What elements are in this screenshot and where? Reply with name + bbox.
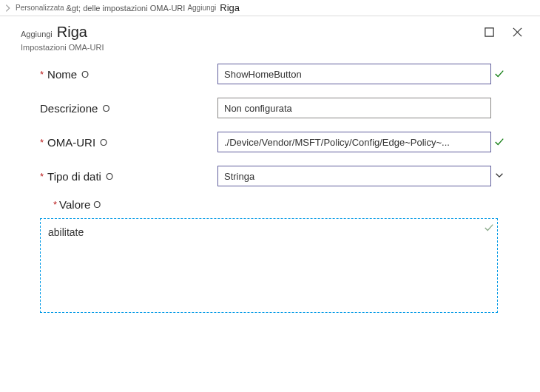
description-input[interactable] — [217, 98, 491, 118]
required-asterisk: * — [40, 137, 46, 148]
panel-header: Aggiungi Riga — [0, 16, 540, 42]
breadcrumb-item-3[interactable]: Aggiungi — [187, 4, 216, 12]
row-omauri: * OMA-URI O — [40, 132, 510, 152]
label-value: * Valore O — [53, 198, 510, 211]
value-textarea[interactable] — [40, 218, 498, 313]
required-asterisk: * — [40, 171, 46, 182]
title-prefix: Aggiungi — [21, 30, 53, 38]
info-icon[interactable]: O — [93, 199, 101, 210]
page-subtitle: Impostazioni OMA-URI — [0, 42, 540, 52]
name-input[interactable] — [217, 64, 491, 84]
info-icon[interactable]: O — [100, 137, 107, 148]
label-description: Descrizione O — [40, 102, 217, 115]
maximize-icon[interactable] — [482, 25, 496, 38]
chevron-down-icon — [494, 170, 504, 183]
required-asterisk: * — [53, 199, 59, 210]
check-icon — [494, 69, 504, 79]
info-icon[interactable]: O — [81, 69, 89, 80]
row-description: Descrizione O — [40, 98, 510, 118]
check-icon — [484, 223, 494, 235]
label-name: * Nome O — [40, 68, 217, 81]
label-datatype: * Tipo di dati O — [40, 170, 217, 183]
omauri-input[interactable] — [217, 132, 491, 152]
row-value-label: * Valore O — [40, 198, 510, 211]
breadcrumb-item-4[interactable]: Riga — [218, 2, 240, 13]
chevron-right-icon — [3, 3, 13, 13]
form: * Nome O Descrizione O * OMA-URI O — [0, 52, 540, 322]
value-box — [40, 218, 499, 315]
info-icon[interactable]: O — [106, 171, 113, 182]
datatype-select[interactable]: Stringa — [217, 166, 491, 186]
check-icon — [494, 137, 504, 147]
svg-rect-0 — [485, 27, 493, 36]
info-icon[interactable]: O — [102, 103, 109, 114]
row-datatype: * Tipo di dati O Stringa — [40, 166, 510, 186]
required-asterisk: * — [40, 69, 46, 80]
row-name: * Nome O — [40, 64, 510, 84]
breadcrumb-item-1[interactable]: Personalizzata — [16, 4, 64, 12]
close-icon[interactable] — [510, 25, 524, 38]
page-title: Riga — [57, 24, 87, 41]
breadcrumb: Personalizzata &gt; delle impostazioni O… — [0, 0, 540, 16]
breadcrumb-item-2[interactable]: &gt; delle impostazioni OMA-URI — [67, 4, 186, 13]
label-omauri: * OMA-URI O — [40, 136, 217, 149]
